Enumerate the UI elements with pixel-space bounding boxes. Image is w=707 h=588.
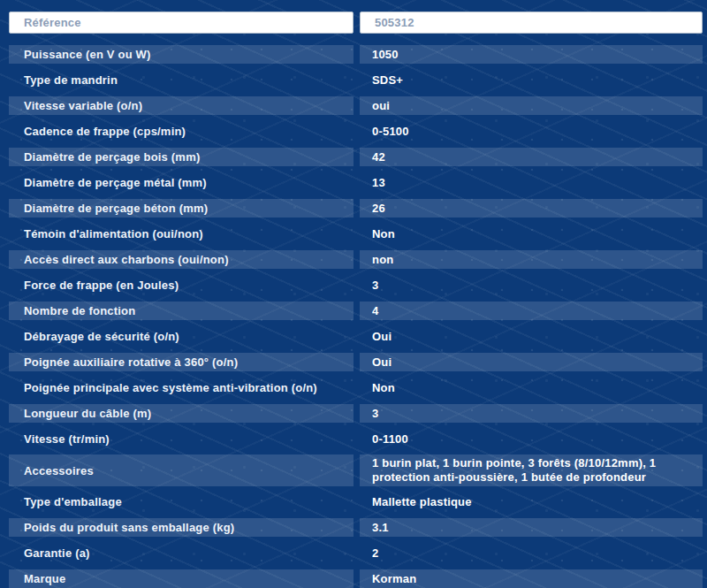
spec-value-cell: 3 (360, 401, 703, 426)
spec-row: Poids du produit sans emballage (kg) 3.1 (9, 515, 703, 540)
spec-label: Cadence de frappe (cps/min) (24, 125, 186, 138)
spec-value: 1 burin plat, 1 burin pointe, 3 forêts (… (372, 454, 703, 486)
spec-label: Diamètre de perçage métal (mm) (24, 176, 207, 189)
spec-value-cell: Oui (360, 349, 703, 375)
spec-label-cell: Cadence de frappe (cps/min) (9, 118, 354, 144)
spec-label-cell: Longueur du câble (m) (9, 401, 354, 426)
spec-value-cell: Non (360, 375, 703, 401)
spec-label: Poids du produit sans emballage (kg) (24, 521, 234, 534)
spec-label: Puissance (en V ou W) (24, 48, 151, 61)
spec-value-cell: 0-1100 (360, 426, 703, 452)
spec-value: 3 (372, 279, 378, 292)
spec-label-cell: Vitesse variable (o/n) (9, 93, 354, 118)
spec-label-cell: Témoin d'alimentation (oui/non) (9, 221, 354, 247)
spec-value-cell: non (360, 247, 703, 272)
spec-value-cell: 0-5100 (360, 118, 703, 144)
spec-value: oui (372, 99, 390, 112)
spec-label-cell: Poignée principale avec système anti-vib… (9, 375, 354, 401)
spec-label: Vitesse variable (o/n) (24, 99, 142, 112)
spec-value: 13 (372, 176, 385, 189)
spec-label-cell: Type d'emballage (9, 489, 354, 515)
spec-label-cell: Poids du produit sans emballage (kg) (9, 515, 354, 540)
spec-value: 1050 (372, 48, 399, 61)
spec-row: Diamètre de perçage bois (mm) 42 (9, 144, 703, 170)
spec-label-cell: Diamètre de perçage bois (mm) (9, 144, 354, 170)
spec-value-cell: 1 burin plat, 1 burin pointe, 3 forêts (… (360, 452, 703, 489)
spec-label-cell: Type de mandrin (9, 67, 354, 93)
spec-value-cell: 26 (360, 195, 703, 221)
spec-value: Mallette plastique (372, 495, 472, 508)
reference-label-input[interactable] (9, 11, 354, 34)
spec-label: Type d'emballage (24, 495, 122, 508)
spec-value: Non (372, 227, 395, 241)
spec-row: Nombre de fonction 4 (9, 298, 703, 324)
spec-value: 0-1100 (372, 432, 408, 446)
spec-row: Débrayage de sécurité (o/n) Oui (9, 324, 703, 349)
spec-value: 2 (372, 546, 378, 560)
spec-value: 4 (372, 304, 378, 317)
spec-label: Nombre de fonction (24, 304, 135, 317)
spec-value: 3.1 (372, 521, 389, 534)
spec-label-cell: Débrayage de sécurité (o/n) (9, 324, 354, 349)
spec-value: Oui (372, 330, 392, 343)
spec-label: Débrayage de sécurité (o/n) (24, 330, 179, 343)
spec-label: Garantie (a) (24, 546, 90, 560)
spec-value: non (372, 253, 393, 266)
spec-value: 0-5100 (372, 125, 409, 138)
spec-value-cell: Oui (360, 324, 703, 349)
spec-row: Vitesse (tr/min) 0-1100 (9, 426, 703, 452)
spec-row: Type d'emballage Mallette plastique (9, 489, 703, 515)
spec-label: Longueur du câble (m) (24, 407, 151, 420)
spec-label: Diamètre de perçage béton (mm) (24, 202, 208, 215)
spec-value-cell: 3 (360, 272, 703, 298)
spec-label: Diamètre de perçage bois (mm) (24, 150, 200, 164)
spec-label-cell: Garantie (a) (9, 540, 354, 566)
spec-value-cell: SDS+ (360, 67, 703, 93)
spec-value: 26 (372, 202, 385, 215)
spec-value-cell: Korman (360, 566, 703, 588)
spec-row: Diamètre de perçage métal (mm) 13 (9, 170, 703, 195)
spec-label-cell: Marque (9, 566, 354, 588)
spec-row: Vitesse variable (o/n) oui (9, 93, 703, 118)
spec-row: Longueur du câble (m) 3 (9, 401, 703, 426)
spec-row: Marque Korman (9, 566, 703, 588)
spec-value: Non (372, 381, 395, 394)
spec-label-cell: Accès direct aux charbons (oui/non) (9, 247, 354, 272)
spec-value-cell: 1050 (360, 42, 703, 67)
spec-value: 42 (372, 150, 385, 164)
spec-label: Type de mandrin (24, 73, 118, 87)
spec-label-cell: Diamètre de perçage béton (mm) (9, 195, 354, 221)
spec-rows: Puissance (en V ou W) 1050 Type de mandr… (9, 42, 703, 588)
spec-row: Diamètre de perçage béton (mm) 26 (9, 195, 703, 221)
spec-value-cell: 13 (360, 170, 703, 195)
spec-row: Cadence de frappe (cps/min) 0-5100 (9, 118, 703, 144)
reference-row (9, 11, 703, 34)
spec-row: Garantie (a) 2 (9, 540, 703, 566)
spec-row: Accès direct aux charbons (oui/non) non (9, 247, 703, 272)
spec-label: Poignée auxiliaire rotative à 360° (o/n) (24, 355, 238, 369)
spec-label-cell: Puissance (en V ou W) (9, 42, 354, 67)
page-background: { "colors": { "background": "#0c3a78", "… (0, 0, 707, 588)
spec-label: Accès direct aux charbons (oui/non) (24, 253, 229, 266)
spec-row: Témoin d'alimentation (oui/non) Non (9, 221, 703, 247)
spec-value: Korman (372, 572, 416, 585)
spec-row: Puissance (en V ou W) 1050 (9, 42, 703, 67)
spec-row: Accessoires 1 burin plat, 1 burin pointe… (9, 452, 703, 489)
spec-value-cell: 2 (360, 540, 703, 566)
reference-value-input[interactable] (360, 11, 703, 34)
spec-value-cell: Non (360, 221, 703, 247)
spec-table: Puissance (en V ou W) 1050 Type de mandr… (9, 11, 703, 588)
spec-label-cell: Poignée auxiliaire rotative à 360° (o/n) (9, 349, 354, 375)
spec-row: Force de frappe (en Joules) 3 (9, 272, 703, 298)
spec-value: Oui (372, 355, 392, 369)
spec-label: Témoin d'alimentation (oui/non) (24, 227, 203, 241)
spec-value-cell: Mallette plastique (360, 489, 703, 515)
spec-label: Accessoires (24, 464, 94, 477)
spec-value-cell: 3.1 (360, 515, 703, 540)
spec-label: Force de frappe (en Joules) (24, 279, 179, 292)
spec-label-cell: Accessoires (9, 452, 354, 489)
spec-label: Vitesse (tr/min) (24, 432, 110, 446)
spec-label-cell: Vitesse (tr/min) (9, 426, 354, 452)
spec-value: SDS+ (372, 73, 403, 87)
spec-value: 3 (372, 407, 378, 420)
